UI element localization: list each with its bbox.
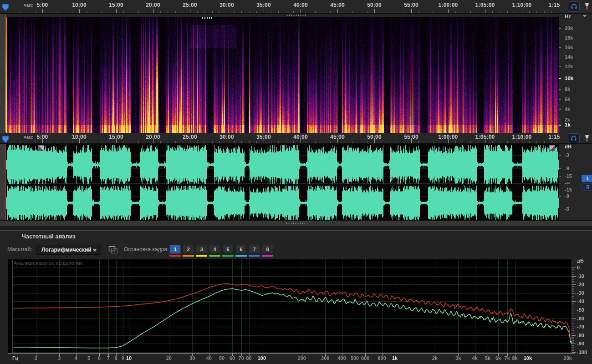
time-tick — [219, 11, 220, 13]
hold-frame-2[interactable]: 2 — [183, 245, 194, 257]
axis-tick — [559, 47, 561, 48]
snap-pin-button[interactable] — [583, 2, 591, 10]
time-tick — [455, 141, 456, 143]
hold-frame-color-bar — [209, 255, 220, 257]
monitor-spectrogram-button[interactable] — [568, 1, 580, 12]
time-tick — [65, 11, 65, 13]
hold-frame-button[interactable]: 5 — [222, 245, 234, 254]
hold-frame-buttons: 12345678 — [169, 245, 273, 257]
hold-frame-button[interactable]: 8 — [262, 245, 273, 254]
axis-tick — [559, 120, 561, 120]
fade-in-handle[interactable] — [38, 145, 44, 151]
channel-badge-right[interactable]: R — [582, 183, 592, 191]
time-tick — [507, 141, 508, 143]
scale-dropdown[interactable]: Логарифмический — [36, 245, 101, 255]
hold-frame-button[interactable]: 3 — [196, 245, 207, 254]
time-tick — [57, 11, 57, 13]
time-tick — [278, 11, 279, 13]
waveform-canvas[interactable] — [6, 144, 559, 220]
time-tick — [286, 11, 286, 13]
timeline-ruler-top[interactable]: чмс 5:0010:0015:0020:0025:0030:0035:0040… — [0, 0, 592, 14]
panel-menu-icon[interactable]: ≡ — [59, 233, 63, 240]
hold-frame-button[interactable]: 2 — [183, 245, 194, 254]
spectrogram-freq-axis — [559, 14, 592, 133]
hold-frame-4[interactable]: 4 — [209, 245, 220, 257]
time-tick — [264, 9, 264, 13]
time-tick — [20, 141, 20, 143]
time-tick — [418, 11, 419, 13]
axis-tick-label: -3 — [565, 206, 569, 212]
freq-x-tick-label: 4k — [472, 355, 478, 361]
axis-menu-chevron-icon[interactable] — [583, 15, 587, 17]
spectrogram-canvas[interactable] — [6, 14, 559, 133]
snap-pin-button[interactable] — [583, 134, 591, 142]
time-tick — [470, 141, 471, 143]
time-tick — [109, 141, 109, 143]
splitter-grip-icon[interactable] — [286, 222, 306, 224]
time-tick — [35, 11, 36, 13]
time-tick — [204, 11, 205, 13]
time-tick — [256, 141, 257, 143]
time-tick — [197, 141, 198, 143]
spectrogram-top-splitter[interactable] — [6, 14, 559, 17]
time-tick — [160, 11, 161, 13]
time-label: 45:00 — [330, 134, 345, 140]
x-axis-unit: Гц — [12, 355, 18, 361]
time-tick — [65, 141, 65, 143]
time-tick — [271, 141, 271, 143]
time-tick — [308, 141, 308, 143]
freq-x-tick-label: 2k — [432, 355, 438, 361]
hold-frame-1[interactable]: 1 — [169, 245, 181, 257]
axis-tick-label: 20k — [565, 25, 573, 31]
time-tick — [293, 141, 294, 143]
hold-frame-button[interactable]: 6 — [235, 245, 247, 254]
time-tick — [330, 141, 331, 143]
hold-frame-8[interactable]: 8 — [262, 245, 273, 257]
frequency-plot-canvas[interactable] — [0, 258, 592, 364]
hold-frame-button[interactable]: 1 — [169, 245, 181, 254]
freq-x-tick-label: 40 — [206, 355, 212, 361]
time-label: 10:00 — [72, 134, 87, 140]
fade-out-handle[interactable] — [549, 145, 555, 151]
hold-frame-7[interactable]: 7 — [249, 245, 260, 257]
time-tick — [109, 11, 109, 13]
panel-splitter[interactable] — [0, 220, 592, 226]
time-tick — [13, 11, 13, 13]
time-label: 1:10:00 — [512, 134, 532, 140]
playhead-marker[interactable] — [1, 4, 10, 11]
headphones-icon — [570, 135, 577, 142]
hold-frame-color-bar — [183, 255, 194, 257]
playhead-marker[interactable] — [1, 136, 10, 143]
time-tick — [234, 11, 235, 13]
y-axis-unit: дБ — [577, 258, 584, 263]
freq-x-tick-label: 9 — [121, 355, 124, 361]
axis-tick — [559, 28, 561, 29]
copy-frame-icon[interactable] — [108, 246, 118, 254]
axis-tick-label: 14k — [565, 54, 573, 60]
time-tick — [183, 141, 183, 143]
timeline-ruler-waveform[interactable]: чмс 5:0010:0015:0020:0025:0030:0035:0040… — [0, 133, 592, 144]
channel-badge-left[interactable]: L — [582, 175, 592, 182]
freq-x-tick-label: 20 — [166, 355, 172, 361]
hold-frame-5[interactable]: 5 — [222, 245, 234, 257]
time-tick — [345, 11, 345, 13]
time-tick — [28, 141, 28, 143]
time-tick — [57, 141, 57, 143]
hold-frame-button[interactable]: 4 — [209, 245, 220, 254]
pin-icon — [584, 135, 590, 142]
monitor-waveform-button[interactable] — [568, 133, 580, 143]
time-tick — [175, 11, 176, 13]
freq-x-tick-label: 6k — [495, 355, 501, 361]
hold-frame-3[interactable]: 3 — [196, 245, 207, 257]
time-tick — [256, 11, 257, 13]
hold-frame-6[interactable]: 6 — [235, 245, 247, 257]
time-tick — [123, 141, 124, 143]
time-tick — [507, 11, 508, 13]
freq-y-tick-label: -40 — [577, 298, 584, 304]
time-tick — [492, 11, 493, 13]
time-tick — [116, 9, 117, 13]
splitter-grip-icon[interactable] — [286, 15, 307, 16]
db-axis-unit: dB — [565, 144, 572, 149]
axis-tick-label: 6k — [565, 96, 570, 102]
hold-frame-button[interactable]: 7 — [249, 245, 260, 254]
